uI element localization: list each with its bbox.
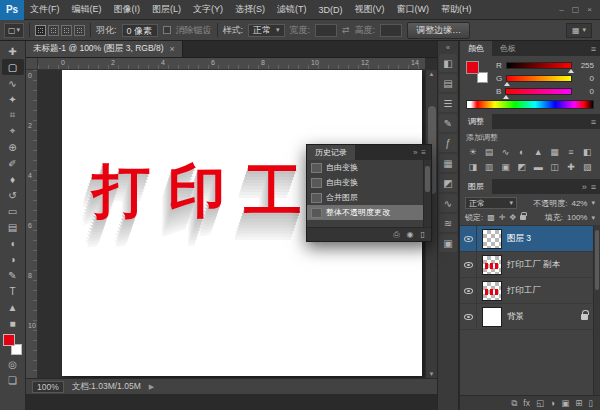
lasso-tool[interactable]: ∿: [2, 75, 24, 91]
color-balance-icon[interactable]: ≡: [563, 145, 578, 159]
tab-color[interactable]: 颜色: [460, 41, 492, 56]
eyedropper-tool[interactable]: ⌖: [2, 123, 24, 139]
fill-value[interactable]: 100%: [567, 213, 587, 222]
layer-thumbnail[interactable]: [482, 229, 502, 249]
style-dropdown[interactable]: 正常 ▾: [248, 24, 285, 37]
visibility-cell[interactable]: [460, 226, 477, 251]
new-snapshot-icon[interactable]: ◉: [407, 230, 414, 239]
invert-icon[interactable]: ◩: [514, 160, 529, 174]
adjustment-layer-icon[interactable]: ◑: [550, 398, 555, 408]
shape-tool[interactable]: ■: [2, 315, 24, 331]
zoom-level-field[interactable]: 100%: [32, 381, 64, 393]
panel-menu-icon[interactable]: ≡: [421, 148, 426, 157]
foreground-color-swatch[interactable]: [466, 61, 479, 74]
dock-panel-icon[interactable]: ≋: [439, 214, 457, 232]
history-item[interactable]: 自由变换: [307, 175, 423, 190]
workspace-switcher-button[interactable]: ▦ ▾: [566, 23, 592, 38]
history-brush-tool[interactable]: ↺: [2, 187, 24, 203]
blend-mode-dropdown[interactable]: 正常 ▾: [465, 197, 517, 209]
eye-icon[interactable]: [464, 262, 473, 268]
eraser-tool[interactable]: ▭: [2, 203, 24, 219]
foreground-background-swatches[interactable]: [3, 334, 23, 355]
lock-position-icon[interactable]: ✥: [510, 213, 517, 222]
dock-panel-icon[interactable]: ▤: [439, 74, 457, 92]
collapse-panel-icon[interactable]: »: [413, 148, 417, 157]
delete-layer-icon[interactable]: ▯: [588, 398, 593, 408]
posterize-icon[interactable]: ▬: [531, 160, 546, 174]
dock-panel-icon[interactable]: ◩: [439, 174, 457, 192]
opacity-value[interactable]: 42%: [571, 199, 587, 208]
history-item[interactable]: 合并图层: [307, 190, 423, 205]
visibility-cell[interactable]: [460, 252, 477, 277]
slider-thumb[interactable]: [504, 82, 510, 86]
green-slider[interactable]: [506, 75, 572, 82]
height-input[interactable]: [380, 24, 402, 37]
scroll-up-icon[interactable]: ▲: [426, 71, 437, 77]
tab-layers[interactable]: 图层: [460, 179, 492, 194]
dock-panel-icon[interactable]: ☰: [439, 94, 457, 112]
brightness-contrast-icon[interactable]: ☀: [465, 145, 480, 159]
layer-row-selected[interactable]: 图层 3: [460, 226, 600, 252]
expand-dock-icon[interactable]: «: [446, 42, 450, 53]
scrollbar-thumb[interactable]: [425, 166, 430, 192]
menu-filter[interactable]: 滤镜(T): [271, 0, 313, 19]
curves-icon[interactable]: ∿: [498, 145, 513, 159]
new-selection-icon[interactable]: [35, 25, 46, 36]
photo-filter-icon[interactable]: ◨: [465, 160, 480, 174]
layer-style-icon[interactable]: fx: [523, 398, 530, 408]
link-layers-icon[interactable]: ⧉: [511, 398, 517, 409]
refine-edge-button[interactable]: 调整边缘…: [407, 22, 470, 39]
slider-thumb[interactable]: [503, 95, 509, 99]
menu-select[interactable]: 选择(S): [229, 0, 271, 19]
history-scrollbar[interactable]: [423, 160, 431, 227]
history-item-selected[interactable]: 整体不透明度更改: [307, 205, 423, 220]
layer-group-icon[interactable]: ▣: [561, 398, 569, 408]
exposure-icon[interactable]: ◐: [514, 145, 529, 159]
menu-type[interactable]: 文字(Y): [187, 0, 229, 19]
intersect-selection-icon[interactable]: [74, 25, 85, 36]
lock-pixels-icon[interactable]: ✛: [499, 213, 506, 222]
layer-thumbnail[interactable]: [482, 281, 502, 301]
antialias-checkbox[interactable]: [163, 26, 171, 34]
eye-icon[interactable]: [464, 288, 473, 294]
menu-view[interactable]: 视图(V): [349, 0, 391, 19]
panel-menu-icon[interactable]: ≡: [591, 44, 596, 54]
menu-file[interactable]: 文件(F): [24, 0, 66, 19]
pen-tool[interactable]: ✎: [2, 267, 24, 283]
rectangular-marquee-tool[interactable]: ▢: [2, 59, 24, 75]
lock-transparency-icon[interactable]: ▩: [487, 213, 495, 222]
gradient-map-icon[interactable]: ▧: [580, 160, 595, 174]
layer-thumbnail[interactable]: [482, 307, 502, 327]
feather-input[interactable]: 0 像素: [122, 24, 158, 37]
blur-tool[interactable]: ◖: [2, 235, 24, 251]
layer-mask-icon[interactable]: ◱: [536, 398, 544, 408]
history-item[interactable]: 自由变换: [307, 160, 423, 175]
width-input[interactable]: [315, 24, 337, 37]
add-selection-icon[interactable]: [48, 25, 59, 36]
type-tool[interactable]: T: [2, 283, 24, 299]
red-slider[interactable]: [506, 62, 572, 69]
panel-menu-icon[interactable]: ≡: [591, 182, 596, 192]
menu-image[interactable]: 图像(I): [108, 0, 147, 19]
subtract-selection-icon[interactable]: [61, 25, 72, 36]
lock-all-icon[interactable]: [520, 215, 526, 220]
tab-close-icon[interactable]: ×: [170, 44, 175, 54]
new-layer-icon[interactable]: ⊞: [575, 398, 582, 408]
delete-state-icon[interactable]: ▯: [421, 230, 425, 239]
menu-3d[interactable]: 3D(D): [313, 0, 349, 19]
hue-saturation-icon[interactable]: ▦: [547, 145, 562, 159]
crop-tool[interactable]: ⌗: [2, 107, 24, 123]
scroll-down-icon[interactable]: ▼: [426, 371, 437, 377]
color-swatch-widget[interactable]: [466, 61, 490, 85]
threshold-icon[interactable]: ◫: [547, 160, 562, 174]
menu-layer[interactable]: 图层(L): [146, 0, 187, 19]
layers-scrollbar[interactable]: [593, 226, 600, 395]
layer-row-background[interactable]: 背景: [460, 304, 600, 330]
scrollbar-thumb[interactable]: [595, 230, 599, 290]
minimize-icon[interactable]: –: [559, 5, 563, 14]
layer-row[interactable]: 打印工厂 副本: [460, 252, 600, 278]
eye-icon[interactable]: [464, 236, 473, 242]
color-spectrum-ramp[interactable]: [466, 100, 594, 109]
clone-stamp-tool[interactable]: ♦: [2, 171, 24, 187]
gradient-tool[interactable]: ▤: [2, 219, 24, 235]
